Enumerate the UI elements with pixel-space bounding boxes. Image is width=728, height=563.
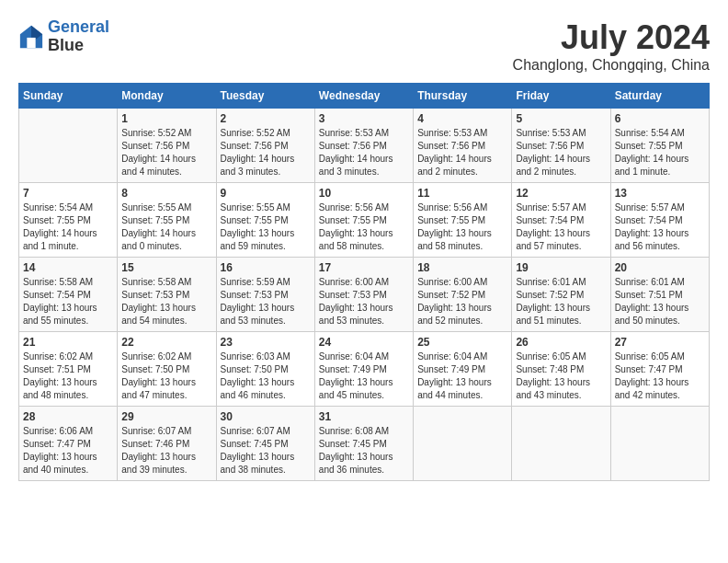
sunset-text: Sunset: 7:55 PM [319, 214, 409, 227]
sunset-text: Sunset: 7:53 PM [221, 289, 311, 302]
daylight-text: Daylight: 13 hours and 40 minutes. [23, 451, 113, 477]
day-number: 10 [319, 187, 409, 200]
calendar-week-row: 7Sunrise: 5:54 AMSunset: 7:55 PMDaylight… [19, 183, 710, 258]
calendar-cell [19, 109, 118, 183]
weekday-header: Saturday [610, 84, 709, 109]
sunrise-text: Sunrise: 5:59 AM [221, 276, 311, 289]
day-number: 22 [121, 336, 211, 349]
calendar-cell: 7Sunrise: 5:54 AMSunset: 7:55 PMDaylight… [19, 183, 118, 258]
daylight-text: Daylight: 13 hours and 58 minutes. [319, 227, 409, 253]
daylight-text: Daylight: 14 hours and 3 minutes. [221, 153, 311, 178]
title-block: July 2024 Changlong, Chongqing, China [513, 18, 710, 74]
sunset-text: Sunset: 7:54 PM [615, 214, 705, 227]
calendar-cell: 1Sunrise: 5:52 AMSunset: 7:56 PMDaylight… [118, 109, 216, 183]
sunrise-text: Sunrise: 6:02 AM [23, 350, 113, 363]
day-number: 24 [319, 336, 409, 349]
day-info: Sunrise: 6:05 AMSunset: 7:47 PMDaylight:… [615, 350, 705, 402]
weekday-header: Tuesday [216, 84, 314, 109]
day-number: 15 [121, 261, 211, 274]
calendar-cell: 3Sunrise: 5:53 AMSunset: 7:56 PMDaylight… [314, 109, 413, 183]
sunset-text: Sunset: 7:55 PM [221, 214, 311, 227]
calendar-cell: 22Sunrise: 6:02 AMSunset: 7:50 PMDayligh… [118, 332, 216, 407]
day-number: 29 [121, 410, 211, 423]
calendar-cell: 4Sunrise: 5:53 AMSunset: 7:56 PMDaylight… [414, 109, 512, 183]
day-info: Sunrise: 6:07 AMSunset: 7:45 PMDaylight:… [221, 425, 311, 477]
sunset-text: Sunset: 7:55 PM [417, 214, 507, 227]
sunset-text: Sunset: 7:49 PM [319, 363, 409, 376]
sunrise-text: Sunrise: 6:04 AM [319, 350, 409, 363]
day-info: Sunrise: 5:52 AMSunset: 7:56 PMDaylight:… [121, 127, 211, 178]
sunset-text: Sunset: 7:56 PM [221, 140, 311, 153]
day-info: Sunrise: 6:06 AMSunset: 7:47 PMDaylight:… [23, 425, 113, 477]
sunrise-text: Sunrise: 6:00 AM [417, 276, 507, 289]
calendar-cell: 8Sunrise: 5:55 AMSunset: 7:55 PMDaylight… [118, 183, 216, 258]
daylight-text: Daylight: 13 hours and 43 minutes. [516, 376, 606, 402]
sunrise-text: Sunrise: 5:58 AM [121, 276, 211, 289]
day-number: 13 [615, 187, 705, 200]
location: Changlong, Chongqing, China [513, 57, 710, 74]
logo-line2: Blue [48, 37, 109, 55]
sunrise-text: Sunrise: 5:56 AM [319, 201, 409, 214]
day-info: Sunrise: 6:02 AMSunset: 7:50 PMDaylight:… [121, 350, 211, 402]
daylight-text: Daylight: 13 hours and 39 minutes. [121, 451, 211, 477]
day-number: 21 [23, 336, 113, 349]
logo-line1: General [48, 17, 109, 36]
sunset-text: Sunset: 7:46 PM [121, 438, 211, 451]
day-info: Sunrise: 6:04 AMSunset: 7:49 PMDaylight:… [417, 350, 507, 402]
sunset-text: Sunset: 7:56 PM [516, 140, 606, 153]
sunset-text: Sunset: 7:55 PM [23, 214, 113, 227]
daylight-text: Daylight: 13 hours and 56 minutes. [615, 227, 705, 253]
calendar-cell: 31Sunrise: 6:08 AMSunset: 7:45 PMDayligh… [314, 407, 413, 481]
calendar-cell: 10Sunrise: 5:56 AMSunset: 7:55 PMDayligh… [314, 183, 413, 258]
day-number: 26 [516, 336, 606, 349]
calendar-cell: 2Sunrise: 5:52 AMSunset: 7:56 PMDaylight… [216, 109, 314, 183]
sunrise-text: Sunrise: 6:02 AM [121, 350, 211, 363]
day-info: Sunrise: 6:01 AMSunset: 7:51 PMDaylight:… [615, 276, 705, 327]
sunset-text: Sunset: 7:53 PM [121, 289, 211, 302]
calendar-cell: 11Sunrise: 5:56 AMSunset: 7:55 PMDayligh… [414, 183, 512, 258]
sunset-text: Sunset: 7:51 PM [615, 289, 705, 302]
day-info: Sunrise: 6:00 AMSunset: 7:53 PMDaylight:… [319, 276, 409, 327]
day-info: Sunrise: 6:03 AMSunset: 7:50 PMDaylight:… [221, 350, 311, 402]
sunrise-text: Sunrise: 6:01 AM [516, 276, 606, 289]
sunset-text: Sunset: 7:55 PM [615, 140, 705, 153]
day-number: 18 [417, 261, 507, 274]
day-number: 9 [221, 187, 311, 200]
day-number: 27 [615, 336, 705, 349]
sunrise-text: Sunrise: 6:05 AM [516, 350, 606, 363]
day-number: 4 [417, 112, 507, 125]
calendar-cell: 18Sunrise: 6:00 AMSunset: 7:52 PMDayligh… [414, 258, 512, 332]
day-info: Sunrise: 5:53 AMSunset: 7:56 PMDaylight:… [417, 127, 507, 178]
daylight-text: Daylight: 13 hours and 53 minutes. [221, 302, 311, 327]
daylight-text: Daylight: 14 hours and 2 minutes. [417, 153, 507, 178]
sunrise-text: Sunrise: 5:52 AM [121, 127, 211, 140]
sunrise-text: Sunrise: 6:08 AM [319, 425, 409, 438]
calendar-cell: 19Sunrise: 6:01 AMSunset: 7:52 PMDayligh… [512, 258, 610, 332]
sunrise-text: Sunrise: 6:07 AM [121, 425, 211, 438]
daylight-text: Daylight: 14 hours and 3 minutes. [319, 153, 409, 178]
weekday-header-row: SundayMondayTuesdayWednesdayThursdayFrid… [19, 84, 710, 109]
day-number: 16 [221, 261, 311, 274]
daylight-text: Daylight: 13 hours and 36 minutes. [319, 451, 409, 477]
day-number: 28 [23, 410, 113, 423]
day-info: Sunrise: 5:53 AMSunset: 7:56 PMDaylight:… [319, 127, 409, 178]
day-number: 25 [417, 336, 507, 349]
daylight-text: Daylight: 13 hours and 59 minutes. [221, 227, 311, 253]
sunset-text: Sunset: 7:55 PM [121, 214, 211, 227]
sunset-text: Sunset: 7:56 PM [319, 140, 409, 153]
calendar-cell: 5Sunrise: 5:53 AMSunset: 7:56 PMDaylight… [512, 109, 610, 183]
daylight-text: Daylight: 14 hours and 4 minutes. [121, 153, 211, 178]
calendar-cell: 29Sunrise: 6:07 AMSunset: 7:46 PMDayligh… [118, 407, 216, 481]
sunrise-text: Sunrise: 6:06 AM [23, 425, 113, 438]
daylight-text: Daylight: 13 hours and 54 minutes. [121, 302, 211, 327]
calendar-cell: 24Sunrise: 6:04 AMSunset: 7:49 PMDayligh… [314, 332, 413, 407]
calendar-cell: 13Sunrise: 5:57 AMSunset: 7:54 PMDayligh… [610, 183, 709, 258]
sunset-text: Sunset: 7:50 PM [121, 363, 211, 376]
daylight-text: Daylight: 13 hours and 53 minutes. [319, 302, 409, 327]
sunset-text: Sunset: 7:56 PM [417, 140, 507, 153]
sunrise-text: Sunrise: 5:53 AM [319, 127, 409, 140]
sunset-text: Sunset: 7:45 PM [319, 438, 409, 451]
sunset-text: Sunset: 7:48 PM [516, 363, 606, 376]
calendar-week-row: 21Sunrise: 6:02 AMSunset: 7:51 PMDayligh… [19, 332, 710, 407]
calendar-cell: 30Sunrise: 6:07 AMSunset: 7:45 PMDayligh… [216, 407, 314, 481]
